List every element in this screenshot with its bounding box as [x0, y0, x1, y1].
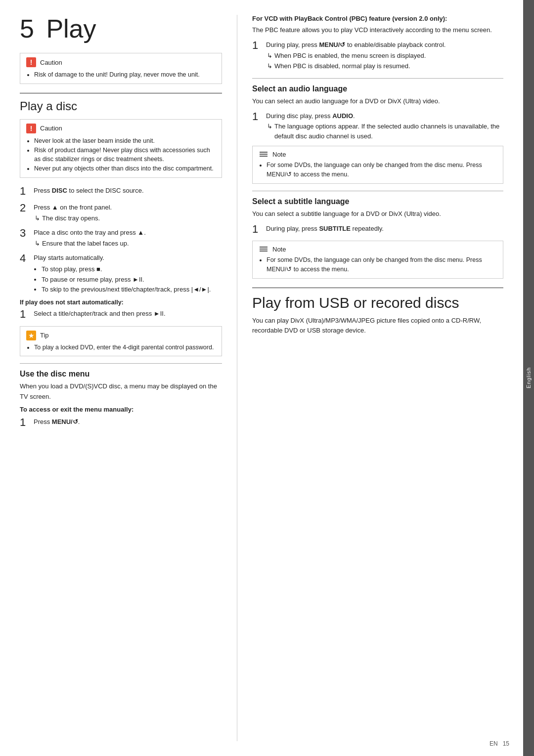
audio-lang-divider [252, 78, 503, 79]
vcd-step1-arrow-1: ↳ When PBC is disabled, normal play is r… [266, 61, 503, 71]
tip-box: ★ Tip To play a locked DVD, enter the 4-… [20, 326, 222, 357]
vcd-step1-pre: During play, press [266, 41, 319, 48]
step-if-1-content: Select a title/chapter/track and then pr… [34, 308, 222, 319]
step-2: 2 Press ▲ on the front panel. ↳ The disc… [20, 202, 222, 223]
side-tab-label: English [526, 367, 532, 388]
note-title-1: Note [272, 151, 286, 158]
subtitle-lang-para: You can select a subtitle language for a… [252, 209, 503, 219]
left-column: 5 Play ! Caution Risk of damage to the u… [20, 15, 237, 741]
caution-list-2: Never look at the laser beam inside the … [26, 136, 216, 173]
vcd-pbc-title: For VCD with PlayBack Control (PBC) feat… [252, 15, 503, 22]
disc-menu-divider [20, 363, 222, 364]
disc-menu-para: When you load a DVD/(S)VCD disc, a menu … [20, 381, 222, 401]
audio-step1-bold: AUDIO [332, 112, 353, 120]
step-2-pre: Press [34, 204, 52, 211]
step-2-post: on the front panel. [58, 204, 112, 211]
disc-menu-step1-pre: Press [34, 418, 52, 425]
right-column: For VCD with PlayBack Control (PBC) feat… [237, 15, 503, 741]
note-icon-1 [259, 150, 268, 158]
caution-item-2-1: Risk of product damage! Never play discs… [34, 146, 216, 165]
caution-item-1-0: Risk of damage to the unit! During play,… [34, 70, 216, 80]
footer-page: 15 [503, 740, 509, 747]
note-list-1: For some DVDs, the language can only be … [259, 161, 497, 179]
vcd-step-1: 1 During play, press MENU/↺ to enable/di… [252, 39, 503, 71]
vcd-step1-arrow-0: ↳ When PBC is enabled, the menu screen i… [266, 51, 503, 61]
step-4-bullet-2: To skip to the previous/next title/chapt… [42, 285, 222, 295]
audio-step1-pre: During disc play, press [266, 112, 332, 120]
play-usb-para: You can play DivX (Ultra)/MP3/WMA/JPEG p… [252, 316, 503, 336]
step-4: 4 Play starts automatically. To stop pla… [20, 252, 222, 295]
note-box-1: Note For some DVDs, the language can onl… [252, 146, 503, 184]
audio-step1-arrow-0: ↳ The language options appear. If the se… [266, 122, 503, 141]
step-3-post: . [144, 229, 146, 236]
section-divider-play-disc [20, 93, 222, 93]
step-1-post: to select the DISC source. [67, 187, 144, 194]
play-usb-title: Play from USB or recored discs [252, 294, 503, 312]
step-4-text: Play starts automatically. [34, 254, 104, 261]
step-2-arrow-0: ↳ The disc tray opens. [34, 213, 222, 223]
caution-title-2: Caution [40, 125, 62, 132]
caution-item-2-2: Never put any objects other than discs i… [34, 164, 216, 173]
tip-list: To play a locked DVD, enter the 4-digit … [26, 343, 216, 352]
footer-lang: EN [490, 740, 498, 747]
step-4-bullet-0: To stop play, press ■. [42, 264, 222, 275]
subtitle-step1-pre: During play, press [266, 225, 319, 232]
vcd-step1-bold: MENU/↺ [319, 41, 345, 48]
step-3-arrow-0: ↳ Ensure that the label faces up. [34, 239, 222, 249]
step-1-pre: Press [34, 187, 52, 194]
tip-icon: ★ [26, 331, 36, 340]
note-item-1-0: For some DVDs, the language can only be … [267, 161, 497, 179]
tip-title: Tip [40, 332, 49, 339]
side-tab: English [523, 0, 534, 756]
note-item-2-0: For some DVDs, the language can only be … [267, 255, 497, 274]
tip-item-0: To play a locked DVD, enter the 4-digit … [34, 343, 216, 352]
step-4-bullets: To stop play, press ■. To pause or resum… [34, 264, 222, 295]
page-footer: EN 15 [490, 740, 509, 747]
note-box-2: Note For some DVDs, the language can onl… [252, 241, 503, 279]
disc-menu-step1-post: . [78, 418, 80, 425]
play-usb-divider [252, 288, 503, 288]
disc-menu-access-label: To access or exit the menu manually: [20, 406, 222, 413]
disc-menu-step1-bold: MENU/↺ [52, 418, 78, 425]
subtitle-lang-divider [252, 191, 503, 191]
step-3-pre: Place a disc onto the tray and press [34, 229, 137, 236]
step-2-bold: ▲ [52, 204, 58, 211]
caution-box-2: ! Caution Never look at the laser beam i… [20, 119, 222, 178]
subtitle-step-1: 1 During play, press SUBTITLE repeatedly… [252, 223, 503, 236]
caution-icon-1: ! [26, 57, 36, 67]
play-disc-title: Play a disc [20, 99, 222, 113]
subtitle-step1-post: repeatedly. [351, 225, 384, 232]
note-icon-2 [259, 245, 268, 253]
disc-menu-title: Use the disc menu [20, 370, 222, 378]
disc-menu-step-1: 1 Press MENU/↺. [20, 416, 222, 429]
caution-item-2-0: Never look at the laser beam inside the … [34, 136, 216, 146]
audio-step1-post: . [353, 112, 355, 120]
audio-lang-title: Select an audio language [252, 84, 503, 93]
subtitle-step1-bold: SUBTITLE [319, 225, 351, 232]
vcd-pbc-para: The PBC feature allows you to play VCD i… [252, 25, 503, 35]
step-if-1: 1 Select a title/chapter/track and then … [20, 308, 222, 321]
subtitle-lang-title: Select a subtitle language [252, 197, 503, 206]
audio-lang-para: You can select an audio language for a D… [252, 96, 503, 106]
step-4-bullet-1: To pause or resume play, press ►II. [42, 275, 222, 285]
chapter-title: 5 Play [20, 15, 222, 43]
vcd-step1-post: to enable/disable playback control. [345, 41, 445, 48]
step-3-bold: ▲ [137, 229, 144, 236]
step-1: 1 Press DISC to select the DISC source. [20, 185, 222, 198]
if-label: If play does not start automatically: [20, 299, 222, 306]
caution-icon-2: ! [26, 124, 36, 133]
caution-box-1: ! Caution Risk of damage to the unit! Du… [20, 53, 222, 84]
note-list-2: For some DVDs, the language can only be … [259, 255, 497, 274]
caution-title-1: Caution [40, 59, 62, 66]
note-title-2: Note [272, 246, 286, 253]
step-1-bold: DISC [52, 187, 67, 194]
caution-list-1: Risk of damage to the unit! During play,… [26, 70, 216, 80]
step-3: 3 Place a disc onto the tray and press ▲… [20, 227, 222, 248]
audio-step-1: 1 During disc play, press AUDIO. ↳ The l… [252, 110, 503, 141]
